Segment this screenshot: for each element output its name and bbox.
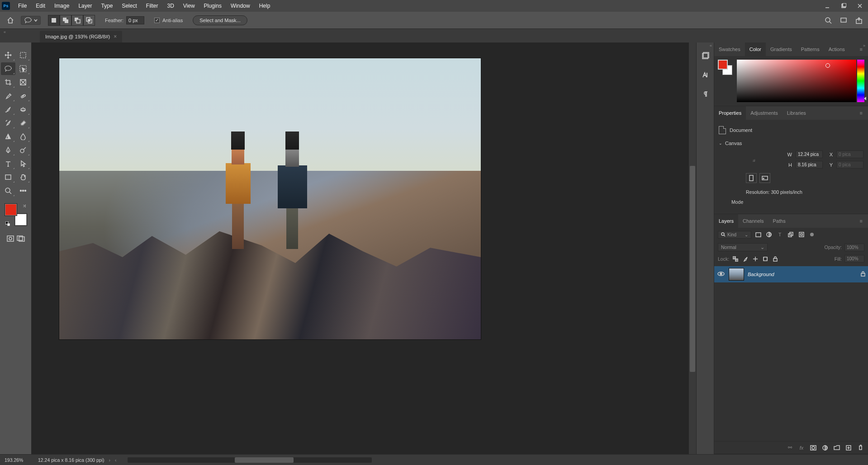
tab-channels[interactable]: Channels [738,214,768,228]
screen-mode-icon[interactable] [838,15,849,26]
toolbox-collapse-chevron[interactable]: « [4,30,6,34]
tab-swatches[interactable]: Swatches [714,42,745,56]
crop-tool[interactable] [1,76,15,89]
layer-row[interactable]: Background [714,266,868,282]
status-info-chevron-left[interactable]: ‹ [115,457,117,463]
quick-mask-icon[interactable] [7,232,14,245]
close-tab-icon[interactable]: × [114,33,117,40]
foreground-color-swatch[interactable] [5,203,17,216]
status-info-chevron-right[interactable]: › [109,457,111,463]
width-value[interactable]: 12.24 pica [796,150,823,158]
group-layers-icon[interactable] [833,444,841,452]
layers-panel-menu-icon[interactable]: ≡ [857,218,865,224]
orientation-portrait[interactable] [746,173,757,183]
filter-type-icon[interactable]: T [776,230,784,239]
tab-color[interactable]: Color [745,42,766,56]
layer-mask-icon[interactable] [809,444,817,452]
frame-tool[interactable] [16,76,31,89]
tab-adjustments[interactable]: Adjustments [746,106,783,120]
filter-shape-icon[interactable] [787,230,795,239]
window-close[interactable] [852,0,868,12]
link-layers-icon[interactable]: ⚯ [786,444,794,452]
menu-type[interactable]: Type [96,3,117,9]
opacity-value[interactable]: 100% [844,244,864,251]
filter-smart-icon[interactable] [797,230,806,239]
lock-pixels-icon[interactable] [742,255,749,263]
filter-toggle-switch[interactable] [810,233,814,236]
menu-view[interactable]: View [179,3,199,9]
window-minimize[interactable] [819,0,835,12]
new-layer-icon[interactable] [844,444,853,452]
feather-input[interactable] [126,16,144,24]
default-colors-icon[interactable] [5,221,10,226]
filter-pixel-icon[interactable] [754,230,762,239]
menu-window[interactable]: Window [226,3,255,9]
clone-stamp-tool[interactable] [16,103,31,116]
color-picker-field[interactable] [737,60,856,102]
blur-tool[interactable] [16,130,31,143]
selection-intersect[interactable] [83,15,95,26]
menu-filter[interactable]: Filter [142,3,163,9]
brush-tool[interactable] [1,103,15,116]
tab-patterns[interactable]: Patterns [797,42,824,56]
select-and-mask-button[interactable]: Select and Mask... [193,15,247,25]
move-tool[interactable] [1,49,15,61]
menu-help[interactable]: Help [255,3,275,9]
layer-style-icon[interactable]: fx [797,444,806,452]
paragraph-panel-icon[interactable] [700,89,711,99]
lock-all-icon[interactable] [772,255,779,263]
tab-actions[interactable]: Actions [824,42,849,56]
layer-lock-indicator-icon[interactable] [861,271,865,277]
status-zoom-level[interactable]: 193.26% [5,457,32,463]
lasso-tool[interactable] [1,62,15,75]
canvas[interactable] [32,42,689,454]
share-icon[interactable] [854,15,864,26]
tool-preset-dropdown[interactable] [21,16,41,25]
antialias-checkbox[interactable] [154,18,160,23]
marquee-tool[interactable] [16,49,31,61]
eraser-tool[interactable] [16,117,31,129]
eyedropper-tool[interactable] [1,89,15,102]
canvas-section-header[interactable]: ⌄ Canvas [719,137,863,150]
tab-properties[interactable]: Properties [714,106,746,120]
hand-tool[interactable] [16,171,31,183]
menu-plugins[interactable]: Plugins [199,3,226,9]
history-panel-icon[interactable] [700,51,711,61]
window-maximize[interactable] [835,0,852,12]
document-tab[interactable]: Image.jpg @ 193% (RGB/8#) × [40,31,122,42]
healing-brush-tool[interactable] [16,89,31,102]
lock-transparency-icon[interactable] [732,255,739,263]
selection-add[interactable] [60,15,71,26]
height-value[interactable]: 8.16 pica [796,161,823,169]
menu-edit[interactable]: Edit [31,3,50,9]
color-panel-fg-swatch[interactable] [718,60,728,70]
collapsed-expand-chevron[interactable]: « [710,43,712,48]
blend-mode-dropdown[interactable]: Normal ⌄ [718,243,768,251]
object-selection-tool[interactable] [16,62,31,75]
character-panel-icon[interactable] [700,70,711,80]
selection-new[interactable] [48,15,60,26]
orientation-landscape[interactable] [759,173,770,183]
edit-toolbar[interactable] [16,184,31,197]
delete-layer-icon[interactable] [856,444,864,452]
swap-colors-icon[interactable]: ⤭ [23,203,26,208]
screen-mode-tool-icon[interactable] [17,232,25,245]
layer-visibility-icon[interactable] [717,271,725,277]
color-picker-marker[interactable] [825,63,830,68]
menu-file[interactable]: File [14,3,31,9]
adjustment-layer-icon[interactable] [821,444,829,452]
home-button[interactable] [4,14,17,27]
menu-image[interactable]: Image [50,3,74,9]
vertical-scrollbar[interactable] [689,42,696,454]
hue-slider[interactable] [857,60,864,102]
history-brush-tool[interactable] [1,117,15,129]
horizontal-scrollbar[interactable] [128,457,372,463]
lock-artboard-icon[interactable] [762,255,769,263]
filter-adjustment-icon[interactable] [765,230,773,239]
tab-paths[interactable]: Paths [768,214,790,228]
fill-value[interactable]: 100% [844,255,864,263]
tab-layers[interactable]: Layers [714,214,738,228]
layer-thumbnail[interactable] [729,268,744,281]
pen-tool[interactable] [1,144,15,156]
right-col-collapse-chevron[interactable]: » [863,43,865,48]
